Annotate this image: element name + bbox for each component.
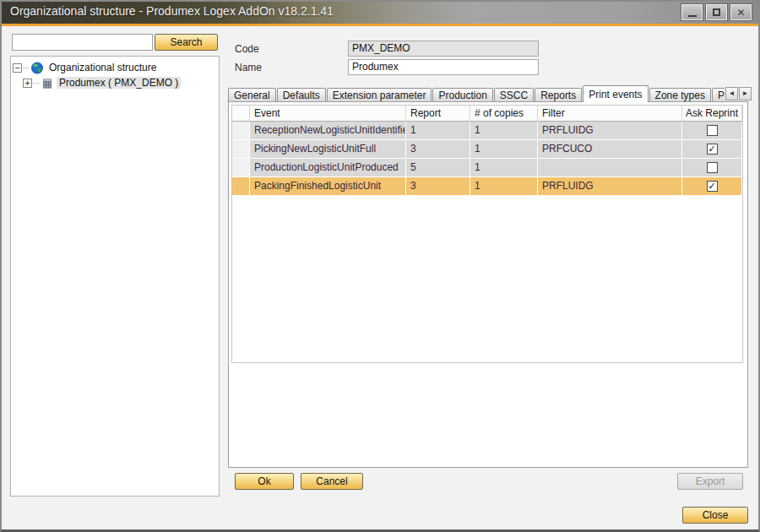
cell-ask-reprint: ✓ — [682, 140, 742, 159]
cell-ask-reprint — [682, 159, 742, 177]
row-gutter — [232, 140, 250, 159]
cell-report: 3 — [406, 177, 470, 196]
cancel-button[interactable]: Cancel — [301, 473, 363, 490]
grid-header-ask-reprint: Ask Reprint — [682, 106, 742, 122]
tab-scroll-right-button[interactable]: ► — [739, 87, 752, 100]
grid-row-ReceptionNewLogisticUnitIdentified[interactable]: ReceptionNewLogisticUnitIdentified11PRFL… — [232, 122, 742, 140]
search-button[interactable]: Search — [155, 34, 218, 51]
ask-reprint-checkbox[interactable]: ✓ — [707, 144, 718, 155]
cell-report: 5 — [406, 159, 470, 177]
tree-item-organizational-structure[interactable]: − Organizational structure — [13, 60, 217, 75]
tab-reports[interactable]: Reports — [535, 88, 582, 102]
row-gutter — [232, 177, 250, 196]
collapse-expander-icon[interactable]: − — [13, 63, 22, 73]
tab-strip: GeneralDefaultsExtension parameterProduc… — [228, 85, 725, 102]
row-gutter — [232, 159, 250, 177]
cell-ask-reprint — [682, 122, 742, 140]
code-label: Code — [235, 43, 259, 55]
cell-event: PickingNewLogisticUnitFull — [250, 140, 406, 159]
name-label: Name — [235, 62, 262, 73]
cell-filter: PRFCUCO — [538, 140, 682, 159]
grid-header--of-copies: # of copies — [470, 106, 538, 122]
window-controls: ✕ — [681, 4, 752, 20]
print-events-grid: EventReport# of copiesFilterAsk ReprintR… — [231, 105, 743, 363]
tab-production[interactable]: Production — [432, 88, 492, 102]
tab-general[interactable]: General — [228, 88, 276, 102]
cell--of-copies: 1 — [470, 177, 538, 196]
org-tree-panel: − Organizational structure + — [10, 56, 220, 497]
close-window-button[interactable]: ✕ — [730, 4, 752, 20]
code-field: PMX_DEMO — [348, 41, 539, 57]
minimize-button[interactable] — [681, 4, 703, 20]
tab-extension-parameter[interactable]: Extension parameter — [327, 88, 432, 102]
maximize-button[interactable] — [706, 4, 727, 20]
ask-reprint-checkbox[interactable] — [707, 162, 718, 173]
tab-print-events[interactable]: Print events — [583, 85, 648, 102]
cell-event: ProductionLogisticUnitProduced — [250, 159, 406, 177]
close-button[interactable]: Close — [682, 507, 748, 524]
row-gutter — [232, 122, 250, 140]
window-title: Organizational structure - Produmex Loge… — [10, 4, 334, 18]
building-icon — [41, 77, 54, 90]
tab-page-size[interactable]: Page size — [712, 88, 725, 102]
maximize-icon — [713, 8, 720, 16]
cell--of-copies: 1 — [470, 140, 538, 159]
cell-report: 3 — [406, 140, 470, 159]
tree-item-produmex[interactable]: + Produmex ( PMX_DEMO ) — [23, 75, 217, 90]
cell-report: 1 — [406, 122, 470, 140]
globe-icon — [30, 62, 44, 74]
grid-header-gutter — [232, 106, 250, 122]
cell--of-copies: 1 — [470, 122, 538, 140]
accent-strip — [2, 24, 758, 26]
export-button: Export — [677, 473, 743, 490]
tree-connector — [23, 68, 29, 68]
grid-row-ProductionLogisticUnitProduced[interactable]: ProductionLogisticUnitProduced51 — [232, 159, 742, 177]
cell-filter — [538, 159, 682, 177]
name-field[interactable]: Produmex — [348, 59, 539, 75]
cell--of-copies: 1 — [470, 159, 538, 177]
grid-row-PickingNewLogisticUnitFull[interactable]: PickingNewLogisticUnitFull31PRFCUCO✓ — [232, 140, 742, 159]
tab-defaults[interactable]: Defaults — [277, 88, 326, 102]
minimize-icon — [688, 15, 697, 17]
grid-header-event: Event — [250, 106, 406, 122]
tab-scroll-left-button[interactable]: ◄ — [725, 87, 738, 100]
cell-filter: PRFLUIDG — [538, 122, 682, 140]
grid-header-filter: Filter — [538, 106, 682, 122]
close-icon: ✕ — [736, 8, 745, 18]
expand-expander-icon[interactable]: + — [23, 79, 32, 88]
cell-filter: PRFLUIDG — [538, 177, 682, 196]
tree-item-label: Organizational structure — [46, 62, 159, 73]
grid-header-report: Report — [406, 106, 470, 122]
ask-reprint-checkbox[interactable] — [707, 125, 718, 136]
tab-zone-types[interactable]: Zone types — [649, 88, 711, 102]
cell-event: PackingFinishedLogisticUnit — [250, 177, 406, 196]
search-input[interactable] — [12, 34, 153, 51]
ok-button[interactable]: Ok — [235, 473, 294, 490]
grid-row-PackingFinishedLogisticUnit[interactable]: PackingFinishedLogisticUnit31PRFLUIDG✓ — [232, 177, 742, 196]
cell-ask-reprint: ✓ — [682, 177, 742, 196]
tree-connector — [33, 83, 39, 84]
tree-item-label: Produmex ( PMX_DEMO ) — [57, 77, 181, 89]
app-window: Organizational structure - Produmex Loge… — [0, 0, 760, 532]
cell-event: ReceptionNewLogisticUnitIdentified — [250, 122, 406, 140]
ask-reprint-checkbox[interactable]: ✓ — [707, 181, 718, 192]
grid-header-row: EventReport# of copiesFilterAsk Reprint — [232, 106, 742, 122]
title-bar: Organizational structure - Produmex Loge… — [2, 2, 758, 24]
tab-sscc[interactable]: SSCC — [494, 88, 534, 102]
